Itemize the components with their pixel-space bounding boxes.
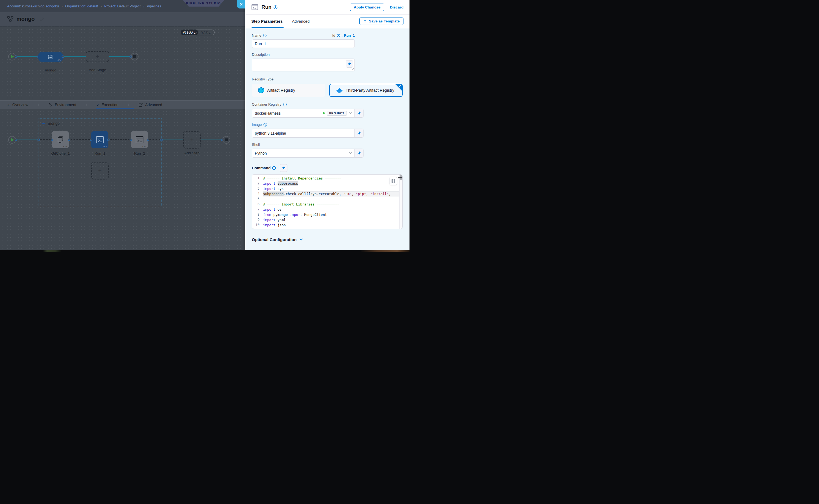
- edit-pipeline-icon[interactable]: [40, 17, 44, 21]
- code-line: 6# ====== Import Libraries ===========: [252, 202, 399, 207]
- connector-line: [163, 140, 183, 140]
- advanced-icon: [138, 103, 143, 107]
- chevron-down-icon: [299, 238, 303, 241]
- connector-dashed: [71, 139, 90, 140]
- run-step-icon: [251, 4, 258, 10]
- check-icon: ✓: [96, 103, 99, 107]
- info-icon[interactable]: [263, 34, 267, 37]
- code-line: 4subprocess.check_call([sys.executable, …: [252, 191, 399, 196]
- command-label: Command: [252, 166, 276, 170]
- code-line: 7import os: [252, 207, 399, 212]
- chevron-down-icon[interactable]: [349, 112, 352, 114]
- close-drawer-button[interactable]: ✕: [237, 0, 245, 8]
- resize-handle[interactable]: [352, 68, 354, 71]
- step-node-run-1[interactable]: </>: [91, 131, 108, 148]
- image-value[interactable]: python:3.11-alpine: [252, 131, 354, 135]
- info-icon[interactable]: [263, 123, 267, 127]
- step-label: GitClone_1: [51, 151, 70, 155]
- stop-icon: [133, 55, 136, 58]
- pipeline-title-bar: mongo VISUAL YAML: [0, 12, 245, 27]
- description-input[interactable]: [252, 59, 354, 71]
- pin-button[interactable]: [280, 164, 287, 172]
- connector-line: [17, 56, 37, 57]
- step-config-drawer: Run Apply Changes Discard Step Parameter…: [245, 0, 410, 250]
- code-line: 3import sys: [252, 186, 399, 191]
- drawer-tab-bar: Step Parameters Advanced Save as Templat…: [245, 15, 410, 28]
- discard-button[interactable]: Discard: [390, 5, 403, 9]
- expand-editor-button[interactable]: [389, 177, 397, 185]
- connector-line: [17, 140, 37, 140]
- stage-group-label: mongo: [48, 121, 60, 126]
- option-artifact-registry[interactable]: Artifact Registry: [252, 84, 325, 97]
- add-stage-button[interactable]: +: [86, 51, 109, 62]
- collapse-icon[interactable]: [42, 123, 45, 124]
- info-icon[interactable]: [273, 5, 277, 9]
- pin-button[interactable]: [346, 60, 353, 68]
- port: [147, 139, 149, 141]
- pin-button[interactable]: [354, 149, 363, 157]
- stage-node-mongo[interactable]: </>: [38, 52, 63, 62]
- breadcrumb-separator: ›: [143, 4, 144, 8]
- editor-scrollbar[interactable]: [399, 175, 402, 229]
- container-registry-value[interactable]: dockerHarness: [252, 111, 323, 115]
- plus-icon: +: [190, 137, 194, 143]
- step-label: Run_2: [134, 151, 145, 155]
- overview-ruler-mark: [398, 177, 402, 178]
- step-id-value[interactable]: Run_1: [344, 33, 355, 37]
- code-line: 10import json: [252, 222, 399, 228]
- pipeline-graph-icon: [7, 16, 14, 22]
- breadcrumb-account[interactable]: Account: kurosakiichigo.songoku: [7, 4, 59, 8]
- port: [107, 139, 110, 141]
- shell-value[interactable]: Python: [252, 151, 349, 155]
- code-badge: </>: [103, 145, 107, 148]
- breadcrumb-organization[interactable]: Organization: default: [65, 4, 98, 8]
- breadcrumb: Account: kurosakiichigo.songoku › Organi…: [7, 0, 161, 12]
- info-icon[interactable]: [272, 166, 276, 170]
- plus-icon: +: [98, 168, 102, 174]
- step-node-run-2[interactable]: </>: [131, 131, 148, 148]
- connector-line: [109, 56, 129, 57]
- breadcrumb-separator: ›: [61, 4, 63, 8]
- chevron-down-icon[interactable]: [349, 152, 352, 154]
- port: [68, 139, 70, 141]
- add-step-button[interactable]: +: [183, 131, 201, 149]
- option-third-party-artifact-registry[interactable]: Third-Party Artifact Registry ✓: [329, 84, 402, 97]
- port: [15, 56, 17, 58]
- port: [51, 139, 53, 141]
- breadcrumb-pipelines[interactable]: Pipelines: [147, 4, 161, 8]
- drawer-actions: Apply Changes Discard: [350, 4, 403, 11]
- command-editor[interactable]: 1# ====== Install Dependencies ========2…: [252, 174, 402, 229]
- pin-button[interactable]: [354, 129, 363, 137]
- tab-execution[interactable]: ✓ Execution: [96, 103, 118, 107]
- code-line: 1# ====== Install Dependencies ========: [252, 176, 399, 181]
- stage-config-tabs: ✓ Overview › Environment › ✓ Execution ›: [0, 100, 245, 109]
- tab-advanced[interactable]: Advanced: [138, 103, 162, 107]
- info-icon[interactable]: [283, 103, 287, 106]
- info-icon[interactable]: [337, 34, 340, 37]
- chevron-right-icon: ›: [37, 101, 39, 109]
- container-registry-field: dockerHarness PROJECT: [252, 109, 363, 118]
- pin-button[interactable]: [354, 109, 363, 117]
- save-as-template-button[interactable]: Save as Template: [359, 18, 403, 25]
- step-node-gitclone-1[interactable]: </>: [52, 131, 69, 148]
- environment-icon: [48, 103, 53, 107]
- code-badge: </>: [57, 59, 61, 61]
- tab-overview[interactable]: ✓ Overview: [7, 103, 28, 107]
- command-editor-lines: 1# ====== Install Dependencies ========2…: [252, 176, 399, 228]
- apply-changes-button[interactable]: Apply Changes: [350, 4, 384, 11]
- drawer-header: Run Apply Changes Discard: [245, 0, 410, 15]
- studio-canvas-region: Account: kurosakiichigo.songoku › Organi…: [0, 0, 245, 250]
- tab-advanced-drawer[interactable]: Advanced: [292, 19, 309, 24]
- optional-configuration-toggle[interactable]: Optional Configuration: [252, 237, 402, 242]
- name-input[interactable]: [252, 39, 355, 48]
- code-line: 8from pymongo import MongoClient: [252, 212, 399, 217]
- stage-group-header[interactable]: mongo: [42, 121, 60, 126]
- bottom-edge-strip: [0, 250, 410, 252]
- active-drawer-tab-indicator: [251, 27, 283, 28]
- tab-step-parameters[interactable]: Step Parameters: [251, 19, 282, 24]
- tab-environment[interactable]: Environment: [48, 103, 76, 107]
- description-label: Description: [252, 53, 402, 57]
- play-icon: [11, 138, 14, 141]
- breadcrumb-project[interactable]: Project: Default Project: [104, 4, 141, 8]
- add-parallel-step-button[interactable]: +: [91, 162, 109, 179]
